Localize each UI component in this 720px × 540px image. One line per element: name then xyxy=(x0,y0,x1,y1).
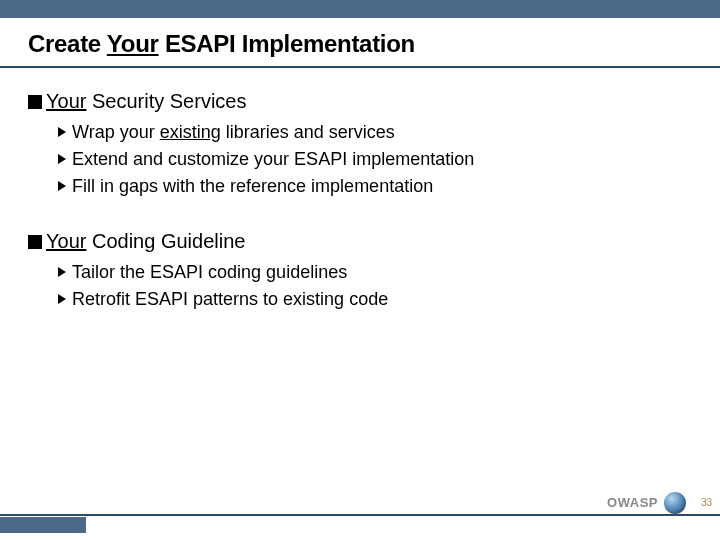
bullet-after: libraries and services xyxy=(221,122,395,142)
bullet-before: Wrap your xyxy=(72,122,160,142)
bullet-before: Fill in gaps with the reference implemen… xyxy=(72,176,433,196)
bullet-before: Retrofit ESAPI patterns to existing code xyxy=(72,289,388,309)
list-item: Extend and customize your ESAPI implemen… xyxy=(58,146,688,173)
list-item: Retrofit ESAPI patterns to existing code xyxy=(58,286,688,313)
footer-accent-bar xyxy=(0,517,86,533)
section-head-after: Coding Guideline xyxy=(86,230,245,252)
page-number: 33 xyxy=(701,497,712,508)
bullet-before: Tailor the ESAPI coding guidelines xyxy=(72,262,347,282)
section-security-services: Your Security Services Wrap your existin… xyxy=(28,90,688,200)
bullet-list: Wrap your existing libraries and service… xyxy=(58,119,688,200)
title-divider xyxy=(0,66,720,68)
slide-title: Create Your ESAPI Implementation xyxy=(28,30,415,58)
title-before: Create xyxy=(28,30,107,57)
section-head: Your Coding Guideline xyxy=(28,230,688,253)
bullet-underlined: existing xyxy=(160,122,221,142)
arrow-bullet-icon xyxy=(58,181,66,191)
top-accent-bar xyxy=(0,0,720,18)
footer-divider xyxy=(0,514,720,516)
title-underlined: Your xyxy=(107,30,159,57)
list-item: Wrap your existing libraries and service… xyxy=(58,119,688,146)
section-head-underlined: Your xyxy=(46,90,86,112)
arrow-bullet-icon xyxy=(58,127,66,137)
bullet-list: Tailor the ESAPI coding guidelines Retro… xyxy=(58,259,688,313)
square-bullet-icon xyxy=(28,235,42,249)
content-area: Your Security Services Wrap your existin… xyxy=(28,90,688,343)
globe-icon xyxy=(664,492,686,514)
footer-org-label: OWASP xyxy=(607,495,658,510)
bullet-before: Extend and customize your ESAPI implemen… xyxy=(72,149,474,169)
title-after: ESAPI Implementation xyxy=(159,30,415,57)
section-head: Your Security Services xyxy=(28,90,688,113)
section-head-after: Security Services xyxy=(86,90,246,112)
section-coding-guideline: Your Coding Guideline Tailor the ESAPI c… xyxy=(28,230,688,313)
arrow-bullet-icon xyxy=(58,154,66,164)
list-item: Tailor the ESAPI coding guidelines xyxy=(58,259,688,286)
square-bullet-icon xyxy=(28,95,42,109)
section-head-underlined: Your xyxy=(46,230,86,252)
arrow-bullet-icon xyxy=(58,294,66,304)
list-item: Fill in gaps with the reference implemen… xyxy=(58,173,688,200)
arrow-bullet-icon xyxy=(58,267,66,277)
